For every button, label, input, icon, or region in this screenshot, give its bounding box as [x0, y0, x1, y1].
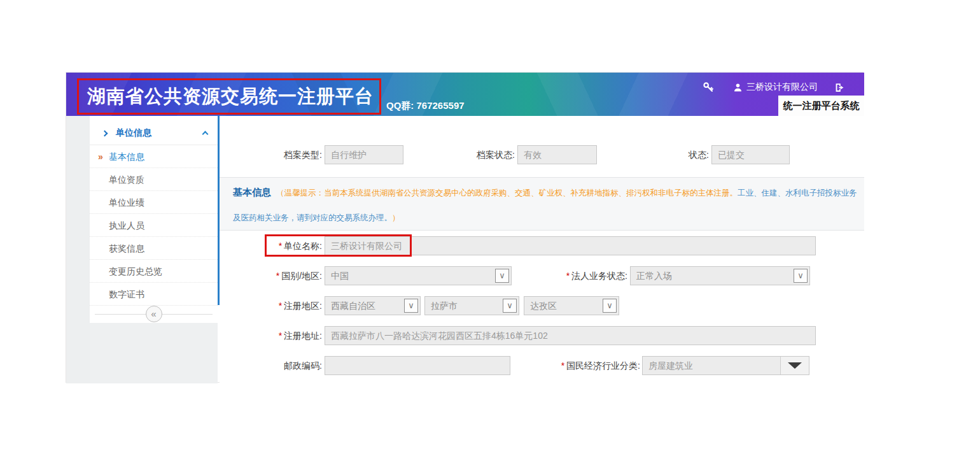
- main-content: 档案类型: 自行维护 档案状态: 有效 状态: 已提交 基本信息（温馨提示：当前…: [220, 116, 864, 383]
- sidebar-item-basic-info[interactable]: » 基本信息: [90, 145, 218, 168]
- chevron-right-icon: [102, 130, 108, 136]
- sidebar-group-unit-info[interactable]: 单位信息: [90, 122, 218, 145]
- chevron-up-icon: [202, 131, 209, 138]
- key-icon[interactable]: [703, 82, 714, 93]
- system-tab[interactable]: 统一注册平台系统: [778, 96, 864, 116]
- legal-status-select[interactable]: 正常入场 ∨: [630, 266, 810, 285]
- postal-code-label: 邮政编码:: [220, 356, 322, 375]
- country-label: *国别/地区:: [220, 266, 322, 285]
- form-row-reg-area: *注册地区: 西藏自治区 ∨ 拉萨市 ∨ 达孜区 ∨: [220, 296, 864, 315]
- reg-address-input[interactable]: 西藏拉萨市八一路哈达滨河花园西区五排4栋16单元102: [325, 326, 816, 345]
- logout-icon[interactable]: [834, 82, 845, 93]
- page-title: 湖南省公共资源交易统一注册平台: [87, 84, 374, 110]
- qq-group-label: QQ群: 767265597: [386, 100, 465, 112]
- archive-type-label: 档案类型:: [220, 145, 322, 164]
- country-select[interactable]: 中国 ∨: [325, 266, 512, 285]
- dropdown-arrow-icon: [780, 357, 809, 374]
- header-actions: 三桥设计有限公司: [703, 82, 845, 93]
- archive-status-field[interactable]: 有效: [517, 145, 597, 164]
- sidebar-collapse-button[interactable]: «: [146, 306, 162, 322]
- section-header: 基本信息（温馨提示：当前本系统提供湖南省公共资源交易中心的政府采购、交通、矿业权…: [220, 177, 864, 231]
- sidebar: 单位信息 » 基本信息 单位资质 单位业绩 执业人员 获奖信息: [90, 116, 218, 383]
- industry-label: *国民经济行业分类:: [515, 356, 640, 375]
- sidebar-group-label: 单位信息: [116, 127, 151, 139]
- company-name: 三桥设计有限公司: [746, 82, 818, 93]
- reg-area-label: *注册地区:: [220, 296, 322, 315]
- legal-status-label: *法人业务状态:: [500, 266, 627, 285]
- district-select[interactable]: 达孜区 ∨: [524, 296, 619, 315]
- user-icon: [733, 83, 743, 92]
- sidebar-item-label: 数字证书: [109, 289, 144, 299]
- tip-text-close: ）: [392, 213, 400, 222]
- page: 湖南省公共资源交易统一注册平台 QQ群: 767265597 三桥设计有限公司 …: [0, 0, 980, 456]
- select-chevron-icon: ∨: [794, 269, 808, 283]
- tip-text-orange: （温馨提示：当前本系统提供湖南省公共资源交易中心的政府采购、交通、矿业权、补充耕…: [276, 189, 738, 197]
- sidebar-item-label: 执业人员: [109, 220, 144, 231]
- sidebar-footer: [90, 323, 218, 383]
- title-annotation-box: 湖南省公共资源交易统一注册平台: [77, 78, 381, 115]
- sidebar-item-awards[interactable]: 获奖信息: [90, 237, 218, 260]
- archive-status-label: 档案状态:: [410, 145, 515, 164]
- current-company-menu[interactable]: 三桥设计有限公司: [733, 82, 818, 93]
- industry-dropdown[interactable]: 房屋建筑业: [642, 356, 809, 375]
- city-select[interactable]: 拉萨市 ∨: [424, 296, 519, 315]
- archive-type-field[interactable]: 自行维护: [325, 145, 403, 164]
- form-row-unit-name: *单位名称: 三桥设计有限公司: [220, 236, 864, 255]
- sidebar-item-label: 获奖信息: [109, 243, 144, 253]
- sidebar-item-change-history[interactable]: 变更历史总览: [90, 260, 218, 283]
- status-bar: 档案类型: 自行维护 档案状态: 有效 状态: 已提交: [220, 145, 864, 164]
- sidebar-item-label: 基本信息: [109, 152, 144, 162]
- status-field[interactable]: 已提交: [711, 145, 790, 164]
- select-chevron-icon: ∨: [503, 299, 517, 313]
- form-row-postal-industry: 邮政编码: *国民经济行业分类: 房屋建筑业: [220, 356, 864, 375]
- section-tip: 基本信息（温馨提示：当前本系统提供湖南省公共资源交易中心的政府采购、交通、矿业权…: [233, 180, 862, 231]
- select-chevron-icon: ∨: [404, 299, 418, 313]
- app-window: 湖南省公共资源交易统一注册平台 QQ群: 767265597 三桥设计有限公司 …: [66, 72, 864, 383]
- province-select[interactable]: 西藏自治区 ∨: [325, 296, 421, 315]
- sidebar-item-label: 单位资质: [109, 175, 144, 185]
- active-marker-icon: »: [98, 145, 103, 168]
- status-label: 状态:: [633, 145, 709, 164]
- sidebar-collapse-row: «: [90, 306, 218, 323]
- unit-name-label: *单位名称:: [220, 236, 322, 255]
- sidebar-item-digital-certificate[interactable]: 数字证书: [90, 283, 218, 306]
- sidebar-item-unit-qualification[interactable]: 单位资质: [90, 168, 218, 191]
- section-title: 基本信息: [233, 187, 271, 197]
- reg-address-label: *注册地址:: [220, 326, 322, 345]
- unit-name-input[interactable]: 三桥设计有限公司: [325, 236, 816, 255]
- form-row-reg-address: *注册地址: 西藏拉萨市八一路哈达滨河花园西区五排4栋16单元102: [220, 326, 864, 345]
- select-chevron-icon: ∨: [603, 299, 617, 313]
- form-row-country-status: *国别/地区: 中国 ∨ *法人业务状态: 正常入场 ∨: [220, 266, 864, 285]
- sidebar-items: » 基本信息 单位资质 单位业绩 执业人员 获奖信息 变更历史总览: [90, 145, 218, 306]
- left-rail: [66, 116, 90, 383]
- header: 湖南省公共资源交易统一注册平台 QQ群: 767265597 三桥设计有限公司 …: [66, 73, 864, 116]
- sidebar-item-practitioners[interactable]: 执业人员: [90, 214, 218, 237]
- sidebar-item-label: 单位业绩: [109, 197, 144, 208]
- sidebar-item-unit-performance[interactable]: 单位业绩: [90, 191, 218, 214]
- postal-code-input[interactable]: [325, 356, 510, 375]
- sidebar-item-label: 变更历史总览: [109, 266, 162, 276]
